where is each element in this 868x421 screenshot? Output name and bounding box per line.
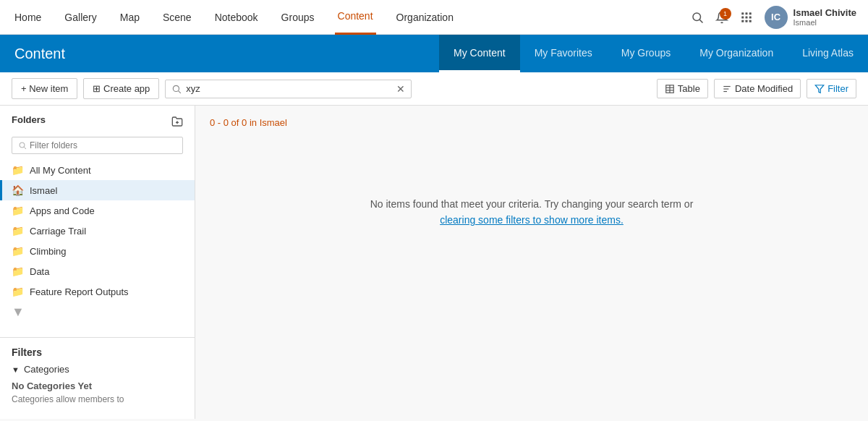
search-icon [171,84,182,94]
folder-icon: 📁 [12,265,24,277]
search-wrap: ✕ [165,80,412,98]
search-button[interactable] [691,11,704,24]
notification-badge: 1 [720,8,731,20]
svg-point-11 [174,85,179,91]
folder-icon: 📁 [12,225,24,237]
main-layout: Folders 📁 All My Content 🏠 Ismael 📁 [0,106,868,419]
more-folders-icon[interactable]: ▼ [12,305,25,319]
folder-all-my-content[interactable]: 📁 All My Content [0,160,195,180]
folder-label: Feature Report Outputs [30,286,129,297]
tab-living-atlas[interactable]: Living Atlas [788,35,868,72]
filters-section: Filters ▼ Categories No Categories Yet C… [0,337,195,419]
svg-rect-10 [749,20,751,22]
svg-rect-6 [745,16,747,18]
home-icon: 🏠 [12,184,24,196]
filter-icon [814,84,825,94]
nav-groups[interactable]: Groups [278,0,318,35]
no-categories-title: No Categories Yet [12,380,183,391]
nav-organization[interactable]: Organization [393,0,456,35]
nav-content[interactable]: Content [335,0,376,35]
folder-label: Climbing [30,246,67,257]
folder-icon: 📁 [12,164,24,176]
folder-ismael[interactable]: 🏠 Ismael [0,180,195,200]
no-results: No items found that meet your criteria. … [210,140,854,284]
svg-rect-8 [741,20,744,22]
folder-search-icon [18,141,27,150]
folder-climbing[interactable]: 📁 Climbing [0,241,195,261]
nav-scene[interactable]: Scene [160,0,195,35]
clear-search-button[interactable]: ✕ [396,83,405,95]
sort-icon [722,84,732,94]
tab-my-organization[interactable]: My Organization [685,35,788,72]
nav-right: 1 IC Ismael Chivite Ismael [691,6,856,29]
no-results-message: No items found that meet your criteria. … [370,196,694,212]
folders-title: Folders [12,114,46,125]
add-folder-icon [171,116,183,127]
folder-label: All My Content [30,165,91,176]
svg-rect-3 [745,12,747,14]
tab-my-groups[interactable]: My Groups [607,35,685,72]
folder-label: Data [30,266,49,277]
nav-notebook[interactable]: Notebook [212,0,261,35]
apps-button[interactable] [740,11,753,24]
no-results-link[interactable]: clearing some filters to show more items… [440,212,624,228]
folder-list: 📁 All My Content 🏠 Ismael 📁 Apps and Cod… [0,160,195,337]
no-categories-sub: Categories allow members to [12,394,183,404]
tab-my-favorites[interactable]: My Favorites [520,35,607,72]
tab-my-content[interactable]: My Content [439,35,520,72]
svg-line-12 [179,90,181,93]
folder-icon: 📁 [12,205,24,216]
content-tabs: My Content My Favorites My Groups My Org… [439,35,868,72]
folder-data[interactable]: 📁 Data [0,261,195,281]
content-title: Content [14,46,439,62]
content-header: Content My Content My Favorites My Group… [0,35,868,72]
content-area: 0 - 0 of 0 in Ismael No items found that… [195,106,868,419]
nav-gallery[interactable]: Gallery [61,0,99,35]
folder-filter-input[interactable] [30,140,176,150]
folder-label: Carriage Trail [30,226,86,237]
table-label: Table [678,83,700,94]
folder-feature-report-outputs[interactable]: 📁 Feature Report Outputs [0,281,195,302]
nav-links: Home Gallery Map Scene Notebook Groups C… [12,0,673,35]
table-view-button[interactable]: Table [657,79,708,98]
add-folder-button[interactable] [171,116,183,130]
notification-button[interactable]: 1 [715,11,728,24]
top-nav: Home Gallery Map Scene Notebook Groups C… [0,0,868,35]
filter-category: ▼ Categories No Categories Yet Categorie… [12,364,183,404]
folder-carriage-trail[interactable]: 📁 Carriage Trail [0,221,195,241]
svg-rect-5 [741,16,744,18]
filters-title: Filters [12,346,183,358]
categories-body: No Categories Yet Categories allow membe… [12,375,183,404]
sort-button[interactable]: Date Modified [714,79,801,98]
avatar: IC [765,6,788,29]
new-item-button[interactable]: + New item [12,78,77,99]
filter-label: Filter [827,83,848,94]
toolbar: + New item ⊞ Create app ✕ Table Date Mod… [0,72,868,106]
nav-map[interactable]: Map [117,0,142,35]
user-profile[interactable]: IC Ismael Chivite Ismael [765,6,856,29]
results-count: 0 - 0 of 0 in Ismael [210,117,854,128]
folder-filter-wrap [12,137,183,154]
svg-line-1 [699,20,702,22]
filter-button[interactable]: Filter [807,79,856,98]
folder-apps-and-code[interactable]: 📁 Apps and Code [0,200,195,221]
svg-marker-20 [815,85,824,93]
create-app-button[interactable]: ⊞ Create app [83,78,159,99]
user-sub: Ismael [793,18,817,27]
search-input[interactable] [186,83,392,94]
folder-label: Ismael [30,185,57,196]
svg-line-24 [24,147,26,149]
categories-header[interactable]: ▼ Categories [12,364,183,375]
sort-label: Date Modified [735,83,793,94]
folder-label: Apps and Code [30,205,95,216]
sidebar: Folders 📁 All My Content 🏠 Ismael 📁 [0,106,195,419]
user-info: Ismael Chivite Ismael [793,7,856,27]
svg-rect-7 [749,16,751,18]
folders-section: Folders [0,106,195,160]
user-name: Ismael Chivite [793,7,856,18]
nav-home[interactable]: Home [12,0,44,35]
svg-rect-9 [745,20,747,22]
table-icon [665,84,675,94]
search-icon [691,11,704,24]
categories-label: Categories [24,364,69,375]
